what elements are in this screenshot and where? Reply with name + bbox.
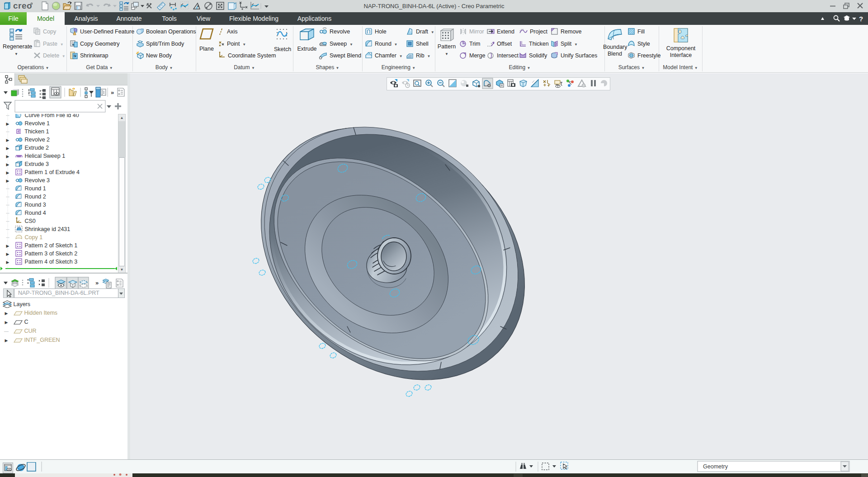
svg-text:NAP-TRONG_BINH-DA-6L (Active): NAP-TRONG_BINH-DA-6L (Active) - Creo Par… [364, 3, 505, 9]
svg-text:?: ? [859, 15, 863, 23]
svg-text:»: » [111, 89, 114, 96]
svg-text:»: » [95, 279, 99, 286]
svg-text:creo: creo [13, 1, 32, 10]
svg-text:Geometry: Geometry [703, 463, 728, 470]
